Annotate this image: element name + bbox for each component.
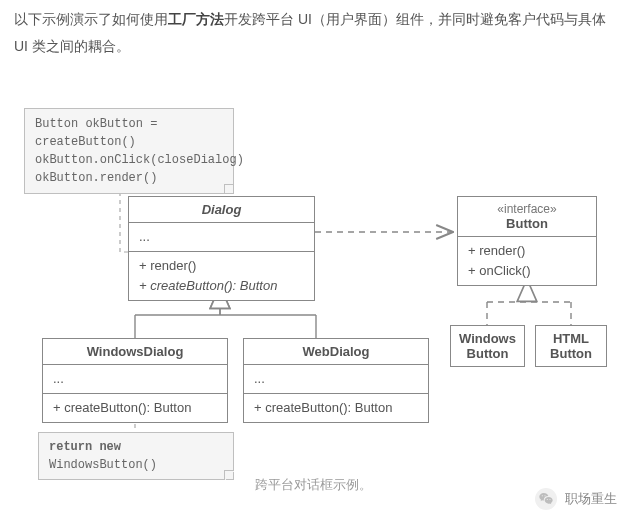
- footer-text: 职场重生: [565, 490, 617, 508]
- class-attrs: ...: [244, 365, 428, 394]
- class-windows-button: Windows Button: [450, 325, 525, 367]
- class-ops: + createButton(): Button: [244, 394, 428, 422]
- note-client-code: Button okButton = createButton() okButto…: [24, 108, 234, 194]
- op: + onClick(): [468, 261, 586, 281]
- op: + render(): [139, 256, 304, 276]
- diagram-caption: 跨平台对话框示例。: [0, 476, 627, 494]
- class-ops: + render() + createButton(): Button: [129, 252, 314, 300]
- op: + createButton(): Button: [139, 276, 304, 296]
- keyword: return new: [49, 440, 121, 454]
- note-line: Button okButton = createButton(): [35, 115, 223, 151]
- footer-brand: 职场重生: [535, 488, 617, 510]
- note-line: okButton.onClick(closeDialog): [35, 151, 223, 169]
- interface-button: «interface» Button + render() + onClick(…: [457, 196, 597, 286]
- stereotype: «interface»: [466, 202, 588, 216]
- class-html-button: HTML Button: [535, 325, 607, 367]
- class-attrs: ...: [129, 223, 314, 252]
- wechat-icon: [535, 488, 557, 510]
- class-title: «interface» Button: [458, 197, 596, 237]
- class-title: Windows Button: [451, 326, 524, 366]
- class-title: WindowsDialog: [43, 339, 227, 365]
- intro-paragraph: 以下示例演示了如何使用工厂方法开发跨平台 UI（用户界面）组件，并同时避免客户代…: [0, 0, 627, 59]
- class-dialog: Dialog ... + render() + createButton(): …: [128, 196, 315, 301]
- class-ops: + createButton(): Button: [43, 394, 227, 422]
- uml-diagram: Button okButton = createButton() okButto…: [0, 80, 627, 516]
- intro-before: 以下示例演示了如何使用: [14, 11, 168, 27]
- note-return-new: return new WindowsButton(): [38, 432, 234, 480]
- intro-bold: 工厂方法: [168, 11, 224, 27]
- op: + createButton(): Button: [254, 398, 418, 418]
- class-windows-dialog: WindowsDialog ... + createButton(): Butt…: [42, 338, 228, 423]
- class-title: HTML Button: [536, 326, 606, 366]
- class-attrs: ...: [43, 365, 227, 394]
- class-web-dialog: WebDialog ... + createButton(): Button: [243, 338, 429, 423]
- note-line: okButton.render(): [35, 169, 223, 187]
- class-title: WebDialog: [244, 339, 428, 365]
- class-title: Dialog: [129, 197, 314, 223]
- op: + createButton(): Button: [53, 398, 217, 418]
- op: + render(): [468, 241, 586, 261]
- note-fold-icon: [224, 184, 234, 194]
- class-name: Button: [506, 216, 548, 231]
- class-ops: + render() + onClick(): [458, 237, 596, 285]
- note-class: WindowsButton(): [49, 458, 157, 472]
